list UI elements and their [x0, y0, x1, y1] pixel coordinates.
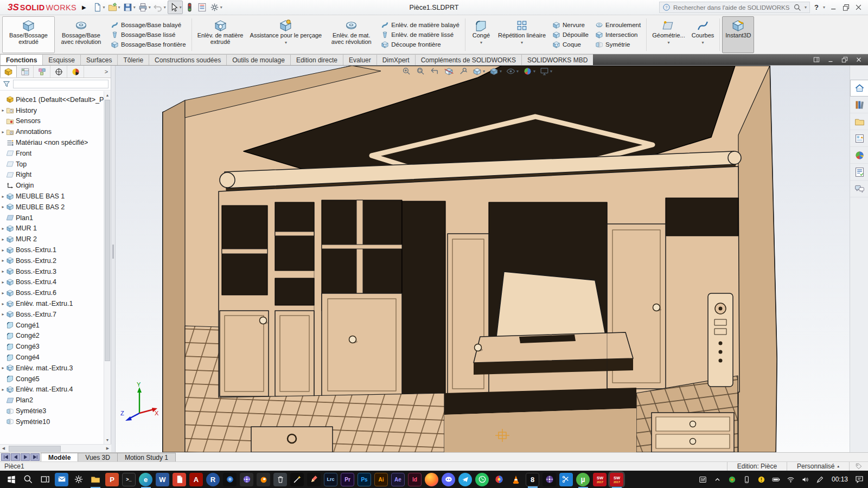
search-input[interactable]: [673, 4, 790, 11]
scroll-right-icon[interactable]: ▶: [104, 446, 111, 451]
graphics-viewport[interactable]: ▾▾▾▾▾ Y X Z: [116, 66, 850, 452]
panel-splitter[interactable]: [111, 66, 116, 452]
ribbon-cut-loft-button[interactable]: Enlèv. de matière lissé: [380, 30, 461, 40]
previous-view-button[interactable]: [430, 66, 440, 76]
panel-tabs-expand-icon[interactable]: >: [102, 66, 111, 78]
ribbon-cut-sweep-button[interactable]: Enlèv. de matière balayé: [380, 21, 461, 30]
new-file-button[interactable]: ▾: [92, 1, 106, 14]
zoom-to-area-button[interactable]: [416, 66, 426, 76]
ribbon-rib-button[interactable]: Nervure: [551, 21, 590, 30]
scrollbar-thumb[interactable]: [105, 100, 110, 361]
last-tab-button[interactable]: [30, 453, 40, 461]
taskbar-paint-app-icon[interactable]: [492, 473, 506, 486]
next-tab-button[interactable]: [21, 453, 30, 461]
doc-tab-motion-study-1[interactable]: Motion Study 1: [117, 453, 176, 461]
dropdown-caret-icon[interactable]: ▾: [133, 5, 136, 10]
ribbon-cut-extrude-button[interactable]: Enlèv. de matière extrudé: [194, 16, 247, 53]
dropdown-caret-icon[interactable]: ▾: [180, 5, 182, 10]
ribbon-intersect-button[interactable]: Intersection: [594, 30, 642, 40]
tab-constructions-soud-es[interactable]: Constructions soudées: [149, 54, 227, 65]
expand-arrow-icon[interactable]: ▸: [0, 269, 6, 274]
dropdown-caret-icon[interactable]: ▾: [550, 69, 552, 74]
ribbon-draft-button[interactable]: Dépouille: [551, 30, 590, 40]
expand-arrow-icon[interactable]: ▸: [0, 365, 6, 370]
dropdown-caret-icon[interactable]: ▾: [149, 5, 151, 10]
expand-arrow-icon[interactable]: ▸: [0, 204, 6, 209]
tree-item-boss-extru-2[interactable]: ▸Boss.-Extru.2: [0, 255, 104, 266]
taskbar-powerpoint-icon[interactable]: P: [105, 473, 119, 486]
tray-alert-icon[interactable]: [756, 474, 767, 485]
tree-item-front[interactable]: Front: [0, 148, 104, 159]
restore-doc-icon[interactable]: [841, 56, 848, 63]
tree-item-mur-1[interactable]: ▸MUR 1: [0, 223, 104, 234]
taskbar-mp3-cutter-icon[interactable]: [559, 473, 573, 486]
tree-item-cong-2[interactable]: Congé2: [0, 331, 104, 342]
section-view-button[interactable]: [444, 66, 454, 76]
dropdown-caret-icon[interactable]: ▾: [516, 69, 519, 74]
tree-item-history[interactable]: ▸History: [0, 105, 104, 116]
tree-item-boss-extru-4[interactable]: ▸Boss.-Extru.4: [0, 277, 104, 288]
dropdown-caret-icon[interactable]: ▾: [285, 40, 287, 46]
ribbon-curves-button[interactable]: Courbes▾: [688, 16, 718, 53]
tree-item-cong-4[interactable]: Congé4: [0, 352, 104, 363]
ribbon-boundary-button[interactable]: Bossage/Base frontière: [110, 40, 187, 49]
tree-item-enl-v-mat-extru-1[interactable]: ▸Enlèv. mat.-Extru.1: [0, 298, 104, 309]
taskbar-after-effects-icon[interactable]: Ae: [391, 473, 405, 486]
dropdown-caret-icon[interactable]: ▾: [533, 69, 535, 74]
tab-evaluer[interactable]: Evaluer: [343, 54, 377, 65]
tree-item-origin[interactable]: Origin: [0, 180, 104, 191]
action-center-icon[interactable]: [854, 474, 865, 485]
dropdown-caret-icon[interactable]: ▾: [483, 69, 485, 74]
dropdown-caret-icon[interactable]: ▾: [480, 40, 482, 46]
first-tab-button[interactable]: [1, 453, 10, 461]
tree-item-plan2[interactable]: Plan2: [0, 395, 104, 406]
tree-item-boss-extru-3[interactable]: ▸Boss.-Extru.3: [0, 266, 104, 277]
taskbar-whatsapp-icon[interactable]: [475, 473, 489, 486]
tab-fonctions[interactable]: Fonctions: [0, 54, 43, 65]
taskbar-utorrent-icon[interactable]: µ: [576, 473, 590, 486]
tab-esquisse[interactable]: Esquisse: [42, 54, 81, 65]
taskbar-terminal-icon[interactable]: >_: [122, 473, 136, 486]
taskbar-mail-app-icon[interactable]: [55, 473, 68, 486]
expand-arrow-icon[interactable]: ▸: [0, 301, 6, 306]
expand-arrow-icon[interactable]: ▸: [0, 280, 6, 285]
tray-antivirus-icon[interactable]: [727, 474, 738, 485]
ribbon-cut-revolve-button[interactable]: Enlèv. de mat. avec révolution: [325, 16, 378, 53]
tab-edition-directe[interactable]: Edition directe: [290, 54, 343, 65]
taskbar-rstudio-icon[interactable]: R: [206, 473, 220, 486]
view-orientation-button[interactable]: ▾: [472, 66, 485, 76]
expand-arrow-icon[interactable]: ▸: [0, 258, 6, 263]
expand-arrow-icon[interactable]: ▸: [0, 226, 6, 231]
panel-tab-configurationmanager[interactable]: [34, 66, 50, 78]
help-search-box[interactable]: ? ▾: [659, 2, 810, 13]
taskpane-design-library-icon[interactable]: [850, 97, 868, 113]
panel-tab-dimxpertmanager[interactable]: [50, 66, 67, 78]
panel-tab-propertymanager[interactable]: [17, 66, 34, 78]
tree-item-top[interactable]: Top: [0, 159, 104, 170]
tree-horizontal-scrollbar[interactable]: ◀ ▶: [0, 444, 111, 452]
rebuild-button[interactable]: [184, 1, 195, 14]
ribbon-revolve-button[interactable]: Bossage/Base avec révolution: [55, 16, 107, 53]
tree-item-mur-2[interactable]: ▸MUR 2: [0, 234, 104, 245]
expand-arrow-icon[interactable]: ▸: [0, 108, 6, 113]
dropdown-caret-icon[interactable]: ▾: [164, 5, 166, 10]
taskbar-wand-app-icon[interactable]: [290, 473, 304, 486]
taskbar-discord-icon[interactable]: [442, 473, 455, 486]
scrollbar-thumb[interactable]: [9, 446, 61, 452]
tree-item-enl-v-mat-extru-3[interactable]: ▸Enlèv. mat.-Extru.3: [0, 363, 104, 374]
zoom-to-fit-button[interactable]: [401, 66, 412, 76]
scroll-left-icon[interactable]: ◀: [0, 446, 7, 451]
taskbar-pencil-app-icon[interactable]: [307, 473, 321, 486]
taskbar-illustrator-icon[interactable]: Ai: [374, 473, 388, 486]
taskbar-premiere-icon[interactable]: Pr: [341, 473, 354, 486]
taskpane-file-explorer-icon[interactable]: [850, 113, 868, 130]
taskbar-file-explorer-icon[interactable]: [88, 473, 102, 486]
scroll-down-icon[interactable]: ▼: [104, 436, 111, 444]
tree-item-plan1[interactable]: Plan1: [0, 213, 104, 223]
tray-phone-link-icon[interactable]: [742, 474, 752, 485]
filter-funnel-icon[interactable]: [2, 80, 11, 88]
taskbar-search-icon[interactable]: [21, 473, 35, 486]
taskbar-lightroom-icon[interactable]: Lrc: [324, 473, 337, 486]
taskbar-recycle-app-icon[interactable]: [273, 473, 287, 486]
print-button[interactable]: ▾: [137, 1, 151, 14]
